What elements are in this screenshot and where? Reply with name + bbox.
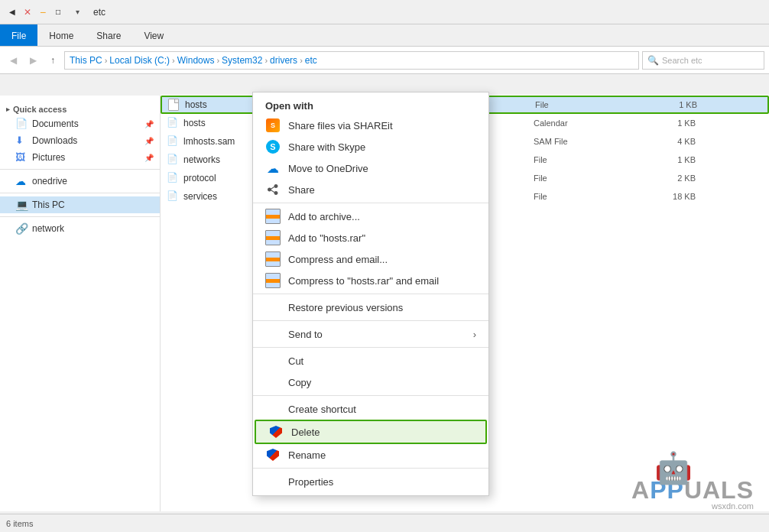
cm-label-rename: Rename (288, 449, 326, 461)
tab-share[interactable]: Share (85, 24, 132, 46)
shareit-icon: S (265, 118, 281, 133)
cm-item-shareit[interactable]: S Share files via SHAREit (253, 115, 488, 136)
search-placeholder: Search etc (662, 56, 702, 65)
sidebar-item-network[interactable]: 🔗 network (0, 220, 160, 237)
file-type-hosts2: Calendar (534, 118, 641, 128)
titlebar-icons: ◀ ✕ − □ (6, 6, 64, 18)
sidebar-item-documents[interactable]: 📄 Documents 📌 (0, 115, 160, 132)
cm-item-onedrive[interactable]: ☁ Move to OneDrive (253, 157, 488, 179)
file-icon-hosts (168, 99, 180, 111)
search-icon: 🔍 (647, 55, 659, 66)
search-bar[interactable]: 🔍 Search etc (642, 51, 764, 70)
breadcrumb[interactable]: This PC › Local Disk (C:) › Windows › Sy… (64, 51, 639, 70)
sidebar-section-quick-access: ▸ Quick access (0, 102, 160, 115)
file-size-protocol: 2 KB (641, 174, 702, 183)
breadcrumb-sep-4: › (264, 56, 268, 65)
cm-sep-6 (253, 468, 488, 469)
file-size-hosts: 1 KB (642, 100, 703, 109)
sidebar-item-downloads-label: Downloads (32, 135, 77, 146)
breadcrumb-sep-2: › (172, 56, 175, 65)
file-type-hosts: File (535, 100, 642, 109)
properties-icon (265, 474, 281, 489)
sidebar-item-pictures[interactable]: 🖼 Pictures 📌 (0, 149, 160, 166)
pin-icon: 📌 (144, 120, 154, 128)
breadcrumb-windows[interactable]: Windows (177, 55, 215, 66)
cm-item-create-shortcut[interactable]: Create shortcut (253, 398, 488, 420)
sendto-icon (265, 326, 281, 342)
documents-icon: 📄 (15, 118, 28, 130)
cm-item-compress-email[interactable]: Compress and email... (253, 248, 488, 270)
cm-label-onedrive: Move to OneDrive (288, 163, 368, 174)
cm-item-skype[interactable]: S Share with Skype (253, 136, 488, 157)
file-size-networks: 1 KB (641, 155, 702, 164)
cm-label-compress-email: Compress and email... (288, 254, 388, 265)
sidebar-item-onedrive[interactable]: ☁ onedrive (0, 173, 160, 190)
sidebar-item-onedrive-label: onedrive (32, 176, 67, 187)
sidebar-item-thispc[interactable]: 💻 This PC (0, 196, 160, 213)
cm-item-send-to[interactable]: Send to › (253, 323, 488, 345)
ribbon-tabs: File Home Share View (0, 24, 769, 46)
tab-file[interactable]: File (0, 24, 37, 46)
cm-item-cut[interactable]: Cut (253, 350, 488, 371)
ribbon: File Home Share View (0, 24, 769, 47)
file-name-hosts: hosts (185, 99, 207, 110)
cm-item-properties[interactable]: Properties (253, 471, 488, 492)
chevron-icon: ▸ (6, 105, 10, 113)
status-text: 6 items (6, 519, 33, 528)
breadcrumb-c[interactable]: Local Disk (C:) (109, 55, 170, 66)
restore-icon (265, 300, 281, 315)
breadcrumb-sep-5: › (300, 56, 303, 65)
cm-item-share[interactable]: Share (253, 179, 488, 200)
onedrive-cm-icon: ☁ (265, 161, 281, 176)
cm-label-compress-hosts-email: Compress to "hosts.rar" and email (288, 275, 439, 287)
sidebar-item-downloads[interactable]: ⬇ Downloads 📌 (0, 132, 160, 149)
sidebar-item-network-label: network (32, 223, 64, 234)
nav-forward-button[interactable]: ▶ (24, 52, 41, 69)
cm-sep-5 (253, 395, 488, 396)
breadcrumb-drivers[interactable]: drivers (270, 55, 297, 66)
nav-up-button[interactable]: ↑ (44, 52, 61, 69)
shield-delete-icon (268, 424, 284, 440)
cm-sep-1 (253, 203, 488, 203)
titlebar: ◀ ✕ − □ ▾ etc (0, 0, 769, 24)
onedrive-icon: ☁ (15, 175, 28, 187)
context-menu: Open with S Share files via SHAREit S Sh… (252, 92, 489, 496)
cut-icon (265, 353, 281, 368)
file-name-services: services (183, 191, 217, 202)
cm-item-compress-hosts-email[interactable]: Compress to "hosts.rar" and email (253, 270, 488, 291)
breadcrumb-etc[interactable]: etc (305, 55, 317, 66)
cm-item-add-archive[interactable]: Add to archive... (253, 206, 488, 227)
breadcrumb-sep-1: › (105, 56, 108, 65)
pictures-icon: 🖼 (15, 151, 28, 164)
file-icon-lmhosts: 📄 (167, 135, 179, 148)
shortcut-icon (265, 401, 281, 417)
cm-sep-4 (253, 347, 488, 348)
winrar-icon-4 (265, 273, 281, 288)
quick-access-toolbar: ▾ (70, 5, 84, 19)
sidebar: ▸ Quick access 📄 Documents 📌 ⬇ Downloads… (0, 96, 161, 511)
cm-label-properties: Properties (288, 476, 333, 488)
nav-back-button[interactable]: ◀ (5, 52, 21, 69)
winrar-icon-3 (265, 251, 281, 267)
sidebar-divider-1 (0, 169, 160, 170)
sidebar-divider-3 (0, 216, 160, 217)
cm-item-delete[interactable]: Delete (255, 420, 487, 444)
breadcrumb-thispc[interactable]: This PC (70, 55, 102, 66)
cm-item-copy[interactable]: Copy (253, 371, 488, 393)
cm-label-shareit: Share files via SHAREit (288, 120, 393, 131)
cm-label-restore: Restore previous versions (288, 302, 403, 313)
cm-item-restore[interactable]: Restore previous versions (253, 297, 488, 318)
close-icon: ✕ (21, 6, 34, 18)
file-type-services: File (534, 192, 641, 201)
thispc-icon: 💻 (15, 199, 28, 211)
downloads-icon: ⬇ (15, 135, 28, 147)
cm-item-rename[interactable]: Rename (253, 444, 488, 466)
cm-item-add-hosts-rar[interactable]: Add to "hosts.rar" (253, 227, 488, 248)
sidebar-divider-2 (0, 193, 160, 193)
shield-rename-icon (265, 447, 281, 462)
tab-view[interactable]: View (132, 24, 175, 46)
qa-btn-1[interactable]: ▾ (70, 5, 84, 19)
tab-home[interactable]: Home (37, 24, 85, 46)
breadcrumb-system32[interactable]: System32 (222, 55, 262, 66)
status-bar: 6 items (0, 514, 769, 532)
